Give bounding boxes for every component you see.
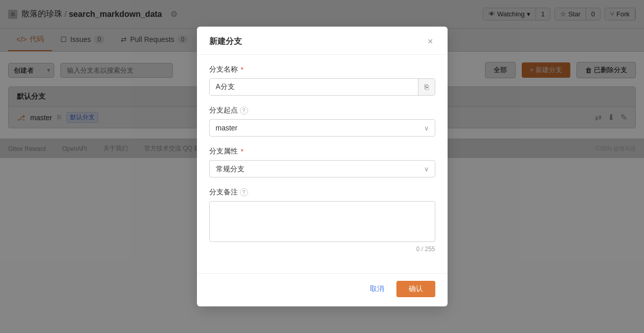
- form-group-origin: 分支起点 ? master: [209, 106, 435, 137]
- modal-close-button[interactable]: ×: [426, 36, 435, 47]
- form-group-property: 分支属性 * 常规分支: [209, 147, 435, 158]
- property-required-indicator: *: [241, 147, 243, 156]
- new-branch-modal: 新建分支 × 分支名称 * ⎘ 分支起点 ?: [197, 27, 448, 158]
- branch-origin-select[interactable]: master: [209, 119, 435, 137]
- branch-name-input[interactable]: [210, 79, 418, 95]
- modal-body: 分支名称 * ⎘ 分支起点 ? master: [197, 55, 448, 158]
- branch-name-label-text: 分支名称: [209, 65, 238, 74]
- branch-name-input-wrap: ⎘: [209, 78, 435, 96]
- branch-origin-label-text: 分支起点: [209, 106, 238, 115]
- form-group-name: 分支名称 * ⎘: [209, 65, 435, 96]
- branch-property-label: 分支属性 *: [209, 147, 435, 156]
- branch-origin-label: 分支起点 ?: [209, 106, 435, 115]
- modal-title: 新建分支: [209, 36, 242, 47]
- origin-help-icon[interactable]: ?: [240, 106, 248, 115]
- branch-name-label: 分支名称 *: [209, 65, 435, 74]
- branch-origin-select-wrap: master: [209, 119, 435, 137]
- modal-overlay: 新建分支 × 分支名称 * ⎘ 分支起点 ?: [0, 0, 644, 158]
- branch-property-label-text: 分支属性: [209, 147, 238, 156]
- copy-branch-name-button[interactable]: ⎘: [418, 79, 435, 95]
- modal-header: 新建分支 ×: [197, 27, 448, 55]
- required-indicator: *: [241, 65, 243, 74]
